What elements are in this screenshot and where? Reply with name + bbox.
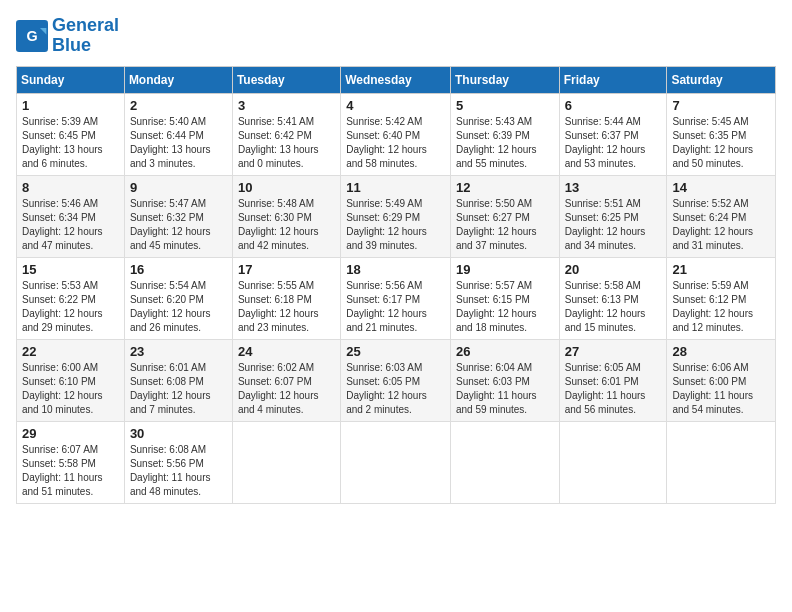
logo: G General Blue	[16, 16, 119, 56]
calendar-day-cell: 10 Sunrise: 5:48 AMSunset: 6:30 PMDaylig…	[232, 175, 340, 257]
day-number: 29	[22, 426, 119, 441]
calendar-week-row: 29 Sunrise: 6:07 AMSunset: 5:58 PMDaylig…	[17, 421, 776, 503]
calendar-day-cell: 24 Sunrise: 6:02 AMSunset: 6:07 PMDaylig…	[232, 339, 340, 421]
day-number: 21	[672, 262, 770, 277]
calendar-day-cell: 11 Sunrise: 5:49 AMSunset: 6:29 PMDaylig…	[341, 175, 451, 257]
calendar-day-cell: 7 Sunrise: 5:45 AMSunset: 6:35 PMDayligh…	[667, 93, 776, 175]
weekday-header: Friday	[559, 66, 667, 93]
calendar-day-cell: 14 Sunrise: 5:52 AMSunset: 6:24 PMDaylig…	[667, 175, 776, 257]
weekday-header: Sunday	[17, 66, 125, 93]
calendar-day-cell: 21 Sunrise: 5:59 AMSunset: 6:12 PMDaylig…	[667, 257, 776, 339]
calendar-day-cell	[341, 421, 451, 503]
day-number: 14	[672, 180, 770, 195]
day-number: 1	[22, 98, 119, 113]
calendar-day-cell	[450, 421, 559, 503]
day-number: 28	[672, 344, 770, 359]
calendar-day-cell: 28 Sunrise: 6:06 AMSunset: 6:00 PMDaylig…	[667, 339, 776, 421]
calendar-day-cell: 23 Sunrise: 6:01 AMSunset: 6:08 PMDaylig…	[124, 339, 232, 421]
calendar-day-cell: 5 Sunrise: 5:43 AMSunset: 6:39 PMDayligh…	[450, 93, 559, 175]
calendar-day-cell: 12 Sunrise: 5:50 AMSunset: 6:27 PMDaylig…	[450, 175, 559, 257]
day-info: Sunrise: 5:42 AMSunset: 6:40 PMDaylight:…	[346, 115, 445, 171]
day-info: Sunrise: 5:39 AMSunset: 6:45 PMDaylight:…	[22, 115, 119, 171]
day-info: Sunrise: 5:56 AMSunset: 6:17 PMDaylight:…	[346, 279, 445, 335]
day-info: Sunrise: 5:52 AMSunset: 6:24 PMDaylight:…	[672, 197, 770, 253]
logo-icon: G	[16, 20, 48, 52]
day-info: Sunrise: 5:49 AMSunset: 6:29 PMDaylight:…	[346, 197, 445, 253]
logo-text: General Blue	[52, 16, 119, 56]
day-info: Sunrise: 5:48 AMSunset: 6:30 PMDaylight:…	[238, 197, 335, 253]
weekday-header: Saturday	[667, 66, 776, 93]
calendar-day-cell: 6 Sunrise: 5:44 AMSunset: 6:37 PMDayligh…	[559, 93, 667, 175]
day-number: 10	[238, 180, 335, 195]
day-number: 9	[130, 180, 227, 195]
day-number: 18	[346, 262, 445, 277]
calendar-day-cell: 9 Sunrise: 5:47 AMSunset: 6:32 PMDayligh…	[124, 175, 232, 257]
calendar-day-cell: 25 Sunrise: 6:03 AMSunset: 6:05 PMDaylig…	[341, 339, 451, 421]
day-number: 27	[565, 344, 662, 359]
day-number: 26	[456, 344, 554, 359]
day-info: Sunrise: 5:43 AMSunset: 6:39 PMDaylight:…	[456, 115, 554, 171]
day-number: 8	[22, 180, 119, 195]
day-info: Sunrise: 5:47 AMSunset: 6:32 PMDaylight:…	[130, 197, 227, 253]
day-number: 3	[238, 98, 335, 113]
day-info: Sunrise: 5:44 AMSunset: 6:37 PMDaylight:…	[565, 115, 662, 171]
day-info: Sunrise: 5:57 AMSunset: 6:15 PMDaylight:…	[456, 279, 554, 335]
weekday-header-row: SundayMondayTuesdayWednesdayThursdayFrid…	[17, 66, 776, 93]
calendar-day-cell: 2 Sunrise: 5:40 AMSunset: 6:44 PMDayligh…	[124, 93, 232, 175]
weekday-header: Monday	[124, 66, 232, 93]
day-info: Sunrise: 5:45 AMSunset: 6:35 PMDaylight:…	[672, 115, 770, 171]
day-number: 13	[565, 180, 662, 195]
day-info: Sunrise: 5:58 AMSunset: 6:13 PMDaylight:…	[565, 279, 662, 335]
day-info: Sunrise: 5:41 AMSunset: 6:42 PMDaylight:…	[238, 115, 335, 171]
calendar-day-cell: 18 Sunrise: 5:56 AMSunset: 6:17 PMDaylig…	[341, 257, 451, 339]
day-number: 5	[456, 98, 554, 113]
day-number: 17	[238, 262, 335, 277]
calendar-day-cell	[232, 421, 340, 503]
day-info: Sunrise: 5:40 AMSunset: 6:44 PMDaylight:…	[130, 115, 227, 171]
calendar-day-cell: 22 Sunrise: 6:00 AMSunset: 6:10 PMDaylig…	[17, 339, 125, 421]
calendar-day-cell: 20 Sunrise: 5:58 AMSunset: 6:13 PMDaylig…	[559, 257, 667, 339]
calendar-day-cell: 8 Sunrise: 5:46 AMSunset: 6:34 PMDayligh…	[17, 175, 125, 257]
day-info: Sunrise: 5:54 AMSunset: 6:20 PMDaylight:…	[130, 279, 227, 335]
calendar-day-cell: 17 Sunrise: 5:55 AMSunset: 6:18 PMDaylig…	[232, 257, 340, 339]
page-header: G General Blue	[16, 16, 776, 56]
calendar-week-row: 1 Sunrise: 5:39 AMSunset: 6:45 PMDayligh…	[17, 93, 776, 175]
day-info: Sunrise: 5:50 AMSunset: 6:27 PMDaylight:…	[456, 197, 554, 253]
day-number: 23	[130, 344, 227, 359]
day-number: 12	[456, 180, 554, 195]
day-info: Sunrise: 6:06 AMSunset: 6:00 PMDaylight:…	[672, 361, 770, 417]
day-number: 22	[22, 344, 119, 359]
day-number: 15	[22, 262, 119, 277]
day-number: 25	[346, 344, 445, 359]
day-info: Sunrise: 6:00 AMSunset: 6:10 PMDaylight:…	[22, 361, 119, 417]
weekday-header: Thursday	[450, 66, 559, 93]
calendar-table: SundayMondayTuesdayWednesdayThursdayFrid…	[16, 66, 776, 504]
weekday-header: Tuesday	[232, 66, 340, 93]
day-info: Sunrise: 6:08 AMSunset: 5:56 PMDaylight:…	[130, 443, 227, 499]
day-number: 7	[672, 98, 770, 113]
day-number: 4	[346, 98, 445, 113]
day-info: Sunrise: 5:55 AMSunset: 6:18 PMDaylight:…	[238, 279, 335, 335]
day-info: Sunrise: 5:46 AMSunset: 6:34 PMDaylight:…	[22, 197, 119, 253]
day-number: 20	[565, 262, 662, 277]
calendar-day-cell: 27 Sunrise: 6:05 AMSunset: 6:01 PMDaylig…	[559, 339, 667, 421]
day-number: 2	[130, 98, 227, 113]
calendar-day-cell: 26 Sunrise: 6:04 AMSunset: 6:03 PMDaylig…	[450, 339, 559, 421]
calendar-week-row: 8 Sunrise: 5:46 AMSunset: 6:34 PMDayligh…	[17, 175, 776, 257]
day-info: Sunrise: 5:51 AMSunset: 6:25 PMDaylight:…	[565, 197, 662, 253]
calendar-day-cell: 19 Sunrise: 5:57 AMSunset: 6:15 PMDaylig…	[450, 257, 559, 339]
calendar-day-cell: 15 Sunrise: 5:53 AMSunset: 6:22 PMDaylig…	[17, 257, 125, 339]
calendar-week-row: 22 Sunrise: 6:00 AMSunset: 6:10 PMDaylig…	[17, 339, 776, 421]
calendar-day-cell: 16 Sunrise: 5:54 AMSunset: 6:20 PMDaylig…	[124, 257, 232, 339]
calendar-day-cell: 4 Sunrise: 5:42 AMSunset: 6:40 PMDayligh…	[341, 93, 451, 175]
day-info: Sunrise: 6:04 AMSunset: 6:03 PMDaylight:…	[456, 361, 554, 417]
day-info: Sunrise: 5:53 AMSunset: 6:22 PMDaylight:…	[22, 279, 119, 335]
calendar-day-cell: 30 Sunrise: 6:08 AMSunset: 5:56 PMDaylig…	[124, 421, 232, 503]
day-info: Sunrise: 5:59 AMSunset: 6:12 PMDaylight:…	[672, 279, 770, 335]
calendar-week-row: 15 Sunrise: 5:53 AMSunset: 6:22 PMDaylig…	[17, 257, 776, 339]
day-info: Sunrise: 6:05 AMSunset: 6:01 PMDaylight:…	[565, 361, 662, 417]
calendar-day-cell: 1 Sunrise: 5:39 AMSunset: 6:45 PMDayligh…	[17, 93, 125, 175]
weekday-header: Wednesday	[341, 66, 451, 93]
day-info: Sunrise: 6:01 AMSunset: 6:08 PMDaylight:…	[130, 361, 227, 417]
calendar-day-cell: 29 Sunrise: 6:07 AMSunset: 5:58 PMDaylig…	[17, 421, 125, 503]
